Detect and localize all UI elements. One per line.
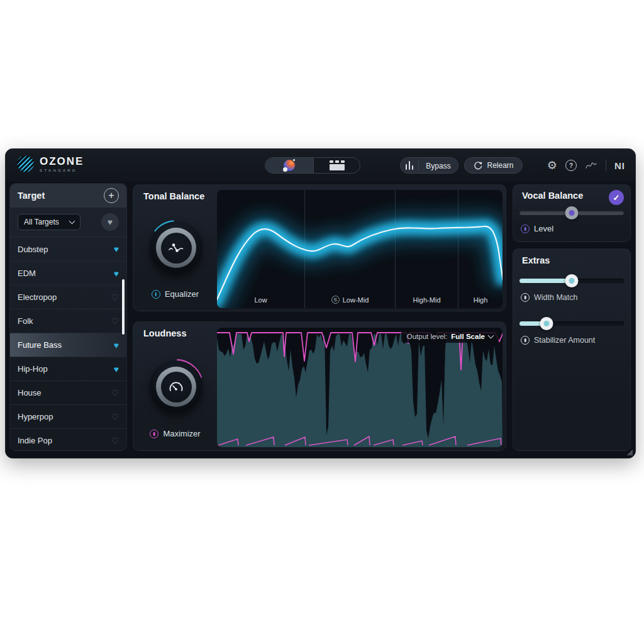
vocal-balance-panel: Vocal Balance ✓ Level — [513, 184, 631, 242]
target-filter-dropdown[interactable]: All Targets — [18, 214, 80, 230]
extras-slider-label: Stabilizer Amount — [534, 336, 595, 345]
target-label: Hyperpop — [18, 412, 53, 421]
ai-sphere-icon — [284, 160, 295, 171]
topbar-divider — [606, 160, 606, 171]
view-toggle — [265, 157, 360, 174]
vocal-level-slider[interactable] — [519, 206, 624, 219]
favorite-heart-icon[interactable]: ♡ — [111, 293, 119, 302]
extras-power-toggle[interactable] — [521, 336, 530, 345]
slider-handle[interactable] — [565, 274, 579, 287]
resize-grip[interactable] — [626, 448, 633, 456]
target-list-item[interactable]: Dubstep♥ — [10, 237, 126, 261]
output-level-label: Output level: — [407, 333, 448, 340]
maximizer-power-toggle[interactable] — [150, 430, 158, 438]
target-label: Future Bass — [18, 340, 62, 350]
add-target-button[interactable]: + — [104, 188, 119, 203]
equalizer-label: Equalizer — [165, 289, 199, 299]
filter-value: All Targets — [24, 218, 59, 226]
heart-icon: ♥ — [108, 218, 113, 226]
sidebar-header: Target + — [10, 184, 126, 208]
slider-handle[interactable] — [540, 317, 553, 330]
extras-slider-label: Width Match — [534, 293, 577, 302]
target-list-item[interactable]: Electropop♡ — [10, 285, 126, 309]
target-label: EDM — [18, 269, 36, 278]
loudness-panel: Loudness Maximizer Output level: Full Sc… — [133, 321, 506, 451]
target-list-item[interactable]: Indie Pop♡ — [10, 428, 126, 451]
extras-panel: Extras Width MatchStabilizer Amount — [513, 248, 631, 451]
favorites-filter-button[interactable]: ♥ — [101, 213, 119, 231]
top-bar: OZONE STANDARD Bypass — [6, 149, 635, 182]
vocal-balance-title: Vocal Balance — [522, 191, 583, 201]
favorite-heart-icon[interactable]: ♥ — [114, 245, 119, 253]
bypass-button[interactable]: Bypass — [400, 157, 458, 174]
ozone-plugin-window: OZONE STANDARD Bypass — [5, 148, 636, 458]
favorite-heart-icon[interactable]: ♥ — [114, 341, 119, 350]
target-label: Folk — [18, 316, 33, 326]
extras-slider[interactable] — [519, 274, 624, 287]
app-name: OZONE — [40, 156, 84, 167]
chevron-down-icon — [488, 333, 494, 339]
help-icon[interactable]: ? — [565, 160, 577, 171]
vocal-balance-enabled-check[interactable]: ✓ — [609, 190, 624, 205]
equalizer-curve-icon — [168, 242, 184, 254]
signature-icon[interactable] — [585, 160, 597, 171]
tonal-balance-display: LowSLow-MidHigh-MidHigh — [217, 190, 502, 308]
tonal-balance-title: Tonal Balance — [143, 191, 204, 201]
relearn-button[interactable]: Relearn — [464, 157, 523, 174]
ozone-logo-icon — [17, 155, 34, 172]
loudness-title: Loudness — [143, 328, 186, 338]
vocal-level-handle[interactable] — [565, 206, 579, 219]
vocal-level-power-toggle[interactable] — [521, 225, 530, 233]
equalizer-power-toggle[interactable] — [152, 290, 160, 299]
target-label: Indie Pop — [18, 436, 52, 445]
target-list-item[interactable]: House♡ — [10, 380, 126, 404]
relearn-label: Relearn — [487, 161, 513, 170]
target-list-item[interactable]: Hip-Hop♥ — [10, 357, 126, 380]
target-label: House — [18, 388, 42, 397]
assistant-view-tab[interactable] — [265, 158, 313, 173]
target-label: Hip-Hop — [18, 364, 48, 374]
detailed-view-tab[interactable] — [314, 158, 360, 173]
gauge-icon — [167, 379, 185, 394]
favorite-heart-icon[interactable]: ♡ — [111, 389, 119, 397]
target-label: Dubstep — [18, 245, 48, 254]
ni-logo: NI — [614, 160, 625, 171]
output-level-dropdown[interactable]: Output level: Full Scale — [401, 330, 499, 343]
target-list-item[interactable]: Hyperpop♡ — [10, 404, 126, 428]
gear-icon[interactable]: ⚙ — [547, 160, 557, 171]
chevron-down-icon — [69, 218, 75, 225]
maximizer-label: Maximizer — [163, 429, 200, 438]
loudness-display: Output level: Full Scale — [217, 328, 502, 447]
favorite-heart-icon[interactable]: ♡ — [111, 436, 119, 445]
app-logo: OZONE STANDARD — [17, 155, 84, 172]
target-list-item[interactable]: Folk♡ — [10, 309, 126, 333]
target-list: Dubstep♥EDM♥Electropop♡Folk♡Future Bass♥… — [10, 237, 126, 451]
favorite-heart-icon[interactable]: ♡ — [111, 413, 119, 421]
sidebar-filter-row: All Targets ♥ — [10, 208, 126, 237]
favorite-heart-icon[interactable]: ♥ — [114, 365, 119, 374]
meter-bars-icon — [401, 161, 418, 170]
tonal-balance-panel: Tonal Balance Equalizer LowSLow-MidHigh-… — [133, 184, 506, 311]
detailed-view-icon — [330, 160, 345, 170]
app-edition: STANDARD — [40, 169, 84, 172]
target-list-item[interactable]: EDM♥ — [10, 261, 126, 285]
sidebar-scrollbar[interactable] — [122, 279, 125, 335]
refresh-icon — [473, 160, 483, 170]
favorite-heart-icon[interactable]: ♥ — [114, 269, 119, 278]
extras-slider[interactable] — [519, 317, 624, 330]
vocal-level-label: Level — [534, 224, 553, 233]
tonal-balance-knob[interactable] — [147, 219, 205, 277]
target-sidebar: Target + All Targets ♥ Dubstep♥EDM♥Elect… — [9, 183, 127, 451]
favorite-heart-icon[interactable]: ♡ — [111, 317, 119, 326]
target-list-item[interactable]: Future Bass♥ — [10, 333, 126, 357]
target-label: Electropop — [18, 292, 57, 302]
bypass-label: Bypass — [426, 162, 450, 170]
sidebar-title: Target — [18, 191, 45, 201]
extras-power-toggle[interactable] — [521, 293, 530, 302]
loudness-knob[interactable] — [147, 358, 205, 416]
output-level-value: Full Scale — [451, 333, 485, 340]
extras-title: Extras — [522, 255, 550, 265]
